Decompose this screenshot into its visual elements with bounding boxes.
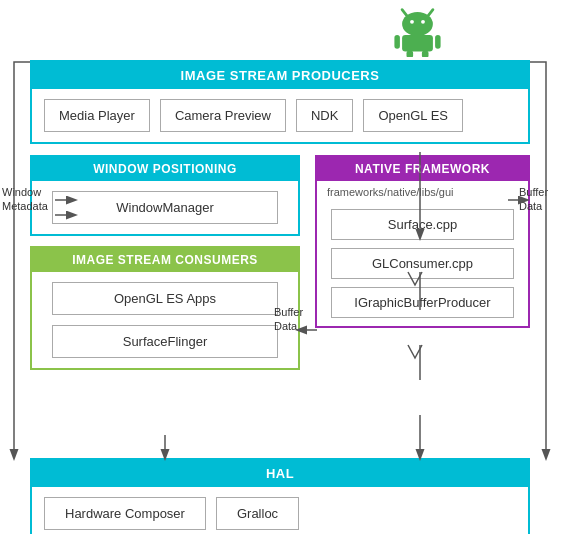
svg-rect-5 (402, 35, 433, 52)
wp-header: WINDOW POSITIONING (32, 157, 298, 181)
nf-box: NATIVE FRAMEWORK frameworks/native/libs/… (315, 155, 530, 328)
isp-items: Media Player Camera Preview NDK OpenGL E… (32, 89, 528, 142)
isp-item-ndk: NDK (296, 99, 353, 132)
buffer-data-right-label: BufferData (519, 185, 567, 214)
wp-box: WINDOW POSITIONING WindowManager (30, 155, 300, 236)
isc-header: IMAGE STREAM CONSUMERS (32, 248, 298, 272)
hal-item-gralloc: Gralloc (216, 497, 299, 530)
svg-rect-6 (394, 35, 400, 49)
isc-item-surfaceflinger: SurfaceFlinger (52, 325, 278, 358)
isp-item-media-player: Media Player (44, 99, 150, 132)
isp-header: IMAGE STREAM PRODUCERS (32, 62, 528, 89)
svg-point-4 (421, 20, 425, 24)
hal-header: HAL (32, 460, 528, 487)
window-metadata-label: WindowMetadata (2, 185, 54, 214)
nf-header: NATIVE FRAMEWORK (317, 157, 528, 181)
isp-box: IMAGE STREAM PRODUCERS Media Player Came… (30, 60, 530, 144)
left-section: WINDOW POSITIONING WindowManager IMAGE S… (30, 155, 300, 370)
hal-items: Hardware Composer Gralloc (32, 487, 528, 534)
hal-item-hardware-composer: Hardware Composer (44, 497, 206, 530)
svg-rect-8 (407, 50, 414, 57)
isp-item-opengl-es: OpenGL ES (363, 99, 463, 132)
hal-box: HAL Hardware Composer Gralloc (30, 458, 530, 534)
svg-point-3 (410, 20, 414, 24)
diagram: IMAGE STREAM PRODUCERS Media Player Came… (0, 0, 568, 534)
android-robot-icon (390, 2, 445, 57)
svg-point-2 (402, 12, 433, 36)
nf-path: frameworks/native/libs/gui (317, 181, 528, 201)
isc-box: IMAGE STREAM CONSUMERS OpenGL ES Apps Su… (30, 246, 300, 370)
isc-item-opengl-es-apps: OpenGL ES Apps (52, 282, 278, 315)
svg-rect-7 (435, 35, 441, 49)
nf-item-glconsumer-cpp: GLConsumer.cpp (331, 248, 514, 279)
nf-item-surface-cpp: Surface.cpp (331, 209, 514, 240)
buffer-data-mid-label: BufferData (274, 305, 314, 334)
wp-item-windowmanager: WindowManager (52, 191, 278, 224)
nf-item-igraphicbufferproducer: IGraphicBufferProducer (331, 287, 514, 318)
svg-rect-9 (422, 50, 429, 57)
isp-item-camera-preview: Camera Preview (160, 99, 286, 132)
